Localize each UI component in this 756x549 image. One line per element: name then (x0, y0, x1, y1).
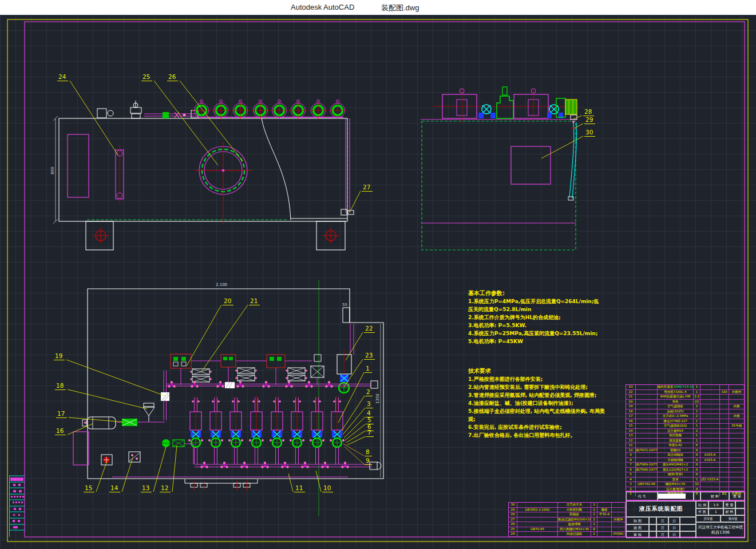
bom-cell-wt (720, 463, 729, 467)
bom-cell-name: 螺栓M10×30 (658, 482, 694, 487)
header-material: 材 料 (700, 492, 729, 501)
callout-13: 13 (141, 485, 152, 492)
bom-cell-mat (700, 463, 720, 467)
sig-month: 月 (656, 524, 668, 531)
bom-cell-wt (720, 433, 729, 438)
app-title: Autodesk AutoCAD (291, 3, 354, 11)
bom-cell-rem (612, 527, 625, 532)
callout-26: 26 (167, 74, 178, 81)
bom-cell-mat (700, 429, 720, 433)
bom-cell-n: 7 (626, 463, 636, 467)
bom-cell-mat (700, 414, 720, 419)
bom-cell-mat (597, 518, 612, 522)
callout-8: 8 (365, 449, 372, 456)
bom-cell-name: 管接头42 (658, 443, 694, 448)
callout-2: 2 (365, 389, 373, 396)
bom-cell-code (517, 512, 558, 517)
bom-cell-n: 24 (509, 532, 517, 536)
bom-row: 12清洗盖板1 (626, 438, 744, 443)
bom-cell-mat (700, 482, 720, 487)
bom-cell-mat (700, 439, 720, 443)
bom-cell-qty: 1 (591, 508, 597, 512)
bom-cell-qty: 1 (694, 409, 700, 414)
titlebar: Autodesk AutoCAD 装配图.dwg (0, 0, 756, 15)
bom-cell-code (636, 453, 658, 458)
bom-cell-mat (700, 409, 720, 414)
bom-cell-n: 10 (626, 448, 636, 453)
bom-cell-qty: 8 (694, 472, 700, 477)
bom-cell-qty: 1 (694, 419, 700, 424)
bom-cell-n: 27 (509, 518, 517, 522)
bom-cell-code (636, 409, 658, 414)
bom-cell-qty: 8 (694, 468, 700, 472)
bom-cell-mat (597, 503, 612, 507)
sig-month: 月 (656, 517, 668, 524)
bom-row: 3GB5782-86螺栓M10×3032 (626, 482, 744, 487)
bom-cell-mat (700, 468, 720, 472)
tech-line: 6.安装完后, 应按试车条件进行试车验收; (468, 423, 605, 431)
bom-row: 24回油过滤器1HYDAC (509, 531, 625, 536)
sheet-number: 第4张 (721, 515, 745, 522)
bom-cell-n: 17 (626, 414, 636, 419)
sig-day: 日 (668, 524, 680, 531)
bom-cell-mat (700, 385, 720, 389)
document-tab[interactable]: 装配图.dwg (381, 3, 419, 13)
bom-cell-rem (729, 458, 744, 463)
bom-cell-rem (729, 448, 744, 453)
bom-row: 5钢管(弯管)8 (626, 472, 744, 477)
bom-cell-rem (729, 453, 744, 458)
bom-cell-qty: 1 (591, 512, 597, 517)
bom-cell-name: 液位计YWZ-127 (658, 419, 694, 424)
bom-cell-name: 钢管(弯管) (658, 472, 694, 477)
bom-cell-qty: 2 (694, 429, 700, 433)
bom-cell-wt (720, 472, 729, 477)
bom-cell-qty: 1 (694, 439, 700, 443)
bom-cell-name: 泵体 (658, 478, 694, 482)
bom-row: 10JB/T971-1977垫圈208 (626, 448, 744, 453)
bom-cell-n: 9 (626, 453, 636, 458)
bom-cell-qty: 2.2 (694, 395, 700, 399)
bom-cell-n: 16 (626, 419, 636, 424)
callout-20: 20 (223, 298, 233, 305)
callout-12: 12 (160, 485, 171, 492)
bom-cell-n: 6 (626, 468, 636, 472)
bom-cell-rem (729, 439, 744, 443)
bom-cell-name: 接头G20/M27×2 (658, 468, 694, 472)
bom-cell-mat: 中35-A (597, 512, 612, 517)
bom-cell-name: 法兰盘(配套) (658, 487, 694, 492)
bom-cell-rem (729, 429, 744, 433)
bom-row: 4泵体1JZ2 0325-A (626, 477, 744, 482)
callout-29: 29 (584, 117, 595, 124)
bom-cell-mat (700, 419, 720, 424)
dim-1350: 1350 (375, 393, 380, 404)
param-line: 5.电机功率: P=45KW (468, 337, 599, 345)
callout-15: 15 (84, 485, 94, 492)
bom-cell-wt (720, 443, 729, 448)
bom-cell-rem (612, 508, 625, 512)
bom-row: 15空气滤清器QUQ135号钢 (626, 423, 744, 428)
bom-cell-wt: 320 (720, 390, 729, 395)
bom-cell-qty: 1 (694, 433, 700, 438)
bom-row: 17压力表0~2.5MPa2外购 (626, 413, 744, 419)
org-line2: 机自1306 (711, 530, 730, 535)
bom-row: 22电动机Y180L-41320外购件 (626, 389, 744, 395)
bom-row: 25GB70-85内六角螺钉M10×308 (509, 527, 625, 532)
scale-value: 1:5 (708, 501, 723, 508)
bom-cell-rem (729, 395, 744, 399)
material-value (735, 508, 745, 515)
bom-cell-mat (700, 487, 720, 492)
bom-cell-code (636, 472, 658, 477)
bom-cell-name: 空气滤清器 (658, 404, 694, 409)
scale-label: 比 例 (696, 501, 708, 508)
dim-2100: 2,100 (216, 283, 227, 287)
bom-cell-wt (720, 419, 729, 424)
tech-line: 4.油漆应耐盐、碱、油(按建口设备制作油漆); (468, 399, 605, 407)
callout-21: 21 (249, 298, 260, 305)
parts-list-main: 23轴向柱塞泵80MCY14-1B122电动机Y180L-41320外购件21N… (626, 384, 745, 491)
bom-cell-rem: 外购件 (729, 390, 744, 395)
bom-cell-code: JB/T969-1977 (636, 463, 658, 467)
bom-cell-name: 垫圈20 (658, 448, 694, 453)
bom-cell-mat (700, 448, 720, 453)
bom-row: 23轴向柱塞泵80MCY14-1B1 (626, 385, 744, 389)
header-highlight (658, 494, 686, 499)
